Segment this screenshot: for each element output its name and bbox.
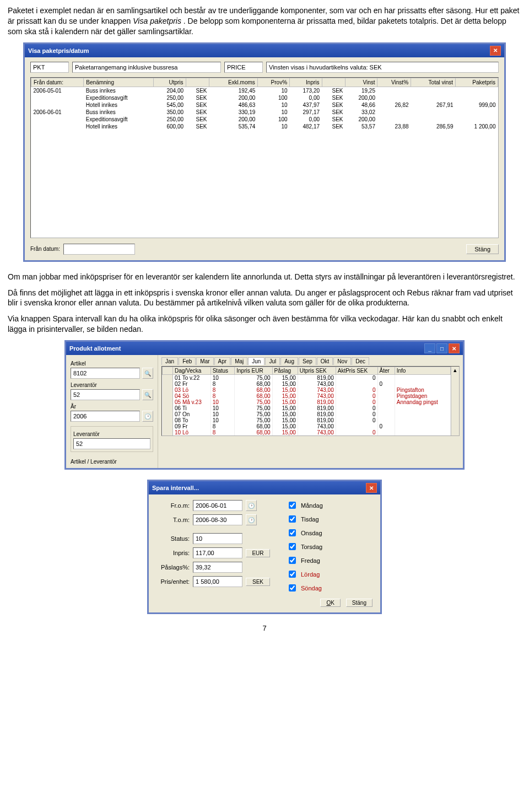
tab-jan[interactable]: Jan [161,357,178,365]
close-icon[interactable]: ✕ [449,343,460,353]
artikel-input[interactable]: 8102 [71,368,140,379]
checkbox[interactable] [289,584,296,591]
table-row[interactable]: 10 Lö868,0015,00743,000 [163,429,451,435]
titlebar: Visa paketpris/datum ✕ [25,44,504,57]
to-input[interactable]: 2006-08-30 [193,514,242,525]
column-header: Exkl.moms [209,78,258,87]
ok-button[interactable]: OK [320,599,340,607]
close-button[interactable]: Stäng [466,244,499,254]
day-checkbox[interactable]: Tisdag [287,514,323,524]
paragraph-4: Via knappen Spara intervall kan du ha ol… [8,314,521,335]
allotment-grid: Dag/VeckaStatusInpris EURPåslagUtpris SE… [161,366,460,436]
table-row[interactable]: 08 To1075,0015,00819,000 [163,417,451,423]
inpris-unit[interactable]: EUR [246,549,270,557]
month-tabs: JanFebMarAprMajJunJulAugSepOktNovDec [161,357,460,365]
scrollbar[interactable]: ▴ [451,367,459,435]
table-row[interactable]: 06 Ti1075,0015,00819,000 [163,405,451,411]
close-icon[interactable]: ✕ [366,483,377,493]
lev2-label: Leverantör [73,431,150,437]
column-header: Utpris SEK [298,367,336,375]
note-field[interactable]: Vinsten visas i huvudartikelns valuta: S… [266,62,499,73]
from-label: Fr.o.m: [156,502,190,509]
inpris-input[interactable]: 117,00 [193,547,242,558]
day-checkbox[interactable]: Söndag [287,583,323,593]
pris-label: Pris/enhet: [156,578,190,585]
to-label: T.o.m: [156,517,190,523]
table-row[interactable]: 07 On1075,0015,00819,000 [163,411,451,417]
artlev-label: Artikel / Leverantör [71,459,153,465]
pris-unit[interactable]: SEK [246,578,270,586]
paragraph-3: Då finns det möjlighet att lägga in ett … [8,288,521,309]
code-field[interactable]: PKT [30,62,69,73]
tab-jul[interactable]: Jul [265,357,280,365]
clock-icon[interactable]: 🕑 [142,411,153,422]
status-input[interactable]: 10 [193,533,242,544]
right-panel: JanFebMarAprMajJunJulAugSepOktNovDec Dag… [158,355,463,468]
table-row[interactable]: 01 To v.221075,0015,00819,000 [163,375,451,381]
day-label: Onsdag [301,530,322,536]
pris-input[interactable]: 1 580,00 [193,576,242,587]
maximize-icon[interactable]: □ [436,343,447,353]
window-title: Produkt allotment [69,345,121,352]
tab-aug[interactable]: Aug [280,357,298,365]
price-label-field[interactable]: PRICE [224,62,263,73]
titlebar: Produkt allotment _ □ ✕ [66,342,463,355]
tab-okt[interactable]: Okt [317,357,333,365]
table-row[interactable]: 09 Fr868,0015,00743,000 [163,423,451,429]
checkbox[interactable] [289,502,296,509]
day-label: Fredag [301,557,320,564]
clock-icon[interactable]: 🕑 [246,500,257,511]
paslag-label: Påslags%: [156,564,190,571]
table-row[interactable]: 02 Fr868,0015,00743,000 [163,381,451,387]
name-field[interactable]: Paketarrangemang inklusive bussresa [72,62,221,73]
ar-input[interactable]: 2006 [71,411,140,422]
close-icon[interactable]: ✕ [490,46,501,56]
day-checkbox[interactable]: Torsdag [287,541,323,552]
from-date-label: Från datum: [30,246,60,252]
price-table: Från datum:BenämningUtprisExkl.momsProv%… [30,77,499,238]
day-checkbox[interactable]: Lördag [287,569,323,579]
tab-feb[interactable]: Feb [179,357,196,365]
tab-jun[interactable]: Jun [248,357,264,365]
lev-input[interactable]: 52 [71,389,140,400]
day-checkbox[interactable]: Onsdag [287,528,323,538]
p1b: Visa paketpris [133,17,181,25]
table-row[interactable]: 04 Sö868,0015,00743,000Pingstdagen [163,393,451,399]
lev2-input[interactable]: 52 [73,438,150,449]
from-date-input[interactable] [63,244,135,255]
page-number: 7 [8,624,521,632]
minimize-icon[interactable]: _ [424,343,435,353]
column-header: Info [395,367,450,375]
tab-nov[interactable]: Nov [333,357,351,365]
search-icon[interactable]: 🔍 [142,389,153,400]
search-icon[interactable]: 🔍 [142,368,153,379]
table-row[interactable]: 05 Må v.231075,0015,00819,000Annandag pi… [163,399,451,405]
from-input[interactable]: 2006-06-01 [193,500,242,511]
paslag-input[interactable]: 39,32 [193,562,242,573]
tab-mar[interactable]: Mar [196,357,213,365]
day-label: Torsdag [301,544,322,550]
paragraph-1: Paketet i exemplet nedan är en samlingsa… [8,6,521,37]
table-row[interactable]: 03 Lö868,0015,00743,000Pingstafton [163,387,451,393]
clock-icon[interactable]: 🕑 [246,514,257,525]
tab-apr[interactable]: Apr [214,357,231,365]
day-checkbox[interactable]: Fredag [287,555,323,566]
column-header: Paketpris [456,78,498,87]
table-row: Expeditionsavgift250,00SEK200,001000,00S… [31,116,498,123]
checkbox[interactable] [289,529,296,536]
checkbox[interactable] [289,543,296,550]
tab-maj[interactable]: Maj [231,357,247,365]
close-button[interactable]: Stäng [346,599,373,607]
tab-sep[interactable]: Sep [299,357,316,365]
checkbox[interactable] [289,515,296,523]
day-checkbox[interactable]: Måndag [287,500,323,510]
column-header: Vinst% [377,78,411,87]
tab-dec[interactable]: Dec [352,357,369,365]
table-row: Expeditionsavgift250,00SEK200,001000,00S… [31,94,498,101]
column-header: Dag/Vecka [173,367,211,375]
checkbox[interactable] [289,571,296,578]
column-header: Utpris [154,78,186,87]
column-header [322,78,345,87]
ar-label: År [71,404,153,410]
checkbox[interactable] [289,557,296,564]
